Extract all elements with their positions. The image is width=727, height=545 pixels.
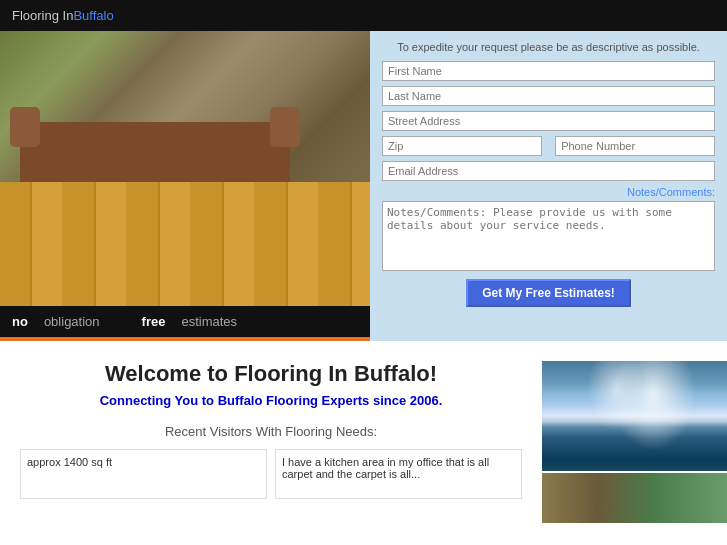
hero-image-area <box>0 31 370 306</box>
form-subtitle: To expedite your request please be as de… <box>382 41 715 53</box>
first-name-input[interactable] <box>382 61 715 81</box>
email-row <box>382 161 715 181</box>
orange-accent-bar <box>0 337 370 341</box>
visitor-box-2: I have a kitchen area in my office that … <box>275 449 522 499</box>
header-text-plain: Flooring In <box>12 8 73 23</box>
room-image <box>0 31 370 306</box>
bottom-section: Welcome to Flooring In Buffalo! Connecti… <box>0 341 727 543</box>
notes-label: Notes/Comments: <box>382 186 715 198</box>
submit-button-row: Get My Free Estimates! <box>382 279 715 307</box>
free-label: free <box>142 314 166 329</box>
phone-input[interactable] <box>555 136 715 156</box>
submit-button[interactable]: Get My Free Estimates! <box>466 279 631 307</box>
street-address-row <box>382 111 715 131</box>
sofa-decoration <box>20 122 290 182</box>
welcome-title: Welcome to Flooring In Buffalo! <box>20 361 522 387</box>
image-caption: noobligation freeestimates <box>0 306 370 337</box>
zip-input[interactable] <box>382 136 542 156</box>
visitor-box-1: approx 1400 sq ft <box>20 449 267 499</box>
no-label: no <box>12 314 28 329</box>
welcome-subtitle: Connecting You to Buffalo Flooring Exper… <box>20 393 522 408</box>
obligation-label: obligation <box>44 314 100 329</box>
contact-form-area: To expedite your request please be as de… <box>370 31 727 341</box>
recent-visitors-title: Recent Visitors With Flooring Needs: <box>20 424 522 439</box>
last-name-input[interactable] <box>382 86 715 106</box>
estimates-label: estimates <box>181 314 237 329</box>
bottom-image-2 <box>542 473 727 523</box>
last-name-row <box>382 86 715 106</box>
notes-textarea[interactable] <box>382 201 715 271</box>
page-header: Flooring In Buffalo <box>0 0 727 31</box>
street-address-input[interactable] <box>382 111 715 131</box>
visitor-boxes: approx 1400 sq ft I have a kitchen area … <box>20 449 522 499</box>
email-input[interactable] <box>382 161 715 181</box>
first-name-row <box>382 61 715 81</box>
zip-phone-row <box>382 136 715 156</box>
header-link-buffalo[interactable]: Buffalo <box>73 8 113 23</box>
bottom-left: Welcome to Flooring In Buffalo! Connecti… <box>0 361 542 523</box>
falls-image <box>542 361 727 471</box>
bottom-right-images <box>542 361 727 523</box>
top-section: noobligation freeestimates To expedite y… <box>0 31 727 341</box>
